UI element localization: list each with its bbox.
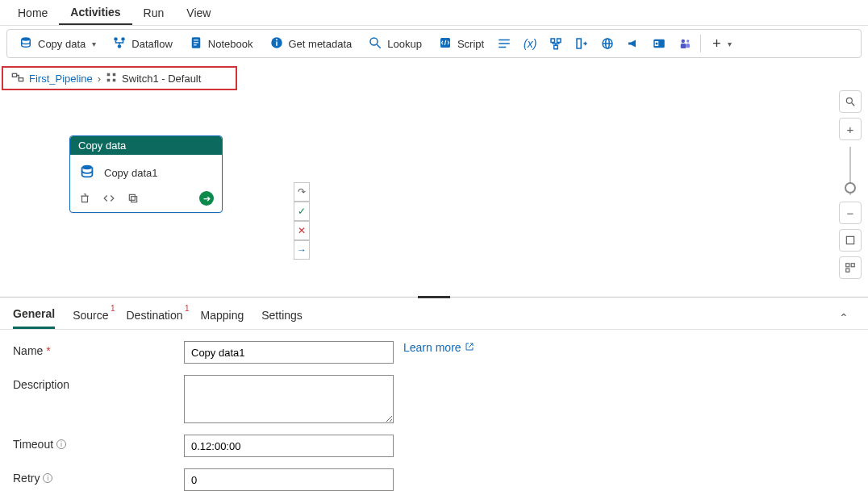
svg-rect-16	[499, 47, 506, 48]
search-canvas-button[interactable]	[839, 90, 862, 113]
svg-point-0	[22, 37, 31, 41]
zoom-out-button[interactable]: −	[839, 202, 862, 224]
handle-success-icon[interactable]: ✓	[294, 202, 310, 221]
name-input[interactable]	[184, 341, 394, 364]
info-circle-icon	[269, 35, 284, 52]
breadcrumb-current: Switch1 - Default	[122, 73, 201, 85]
tab-source[interactable]: Source1	[73, 307, 108, 328]
tab-settings[interactable]: Settings	[261, 307, 303, 328]
run-icon[interactable]: ➔	[199, 191, 214, 206]
dataflow-label: Dataflow	[131, 38, 173, 50]
breadcrumb-separator: ›	[98, 73, 101, 85]
svg-rect-19	[554, 45, 558, 49]
delete-icon[interactable]	[78, 192, 91, 205]
variable-icon[interactable]: (x)	[518, 32, 542, 55]
svg-line-41	[852, 103, 855, 106]
megaphone-icon[interactable]	[621, 32, 645, 55]
insert-icon[interactable]	[570, 32, 594, 55]
fit-screen-button[interactable]	[839, 229, 862, 252]
info-icon[interactable]: i	[56, 439, 66, 449]
svg-rect-42	[846, 236, 853, 243]
handle-fail-icon[interactable]: ✕	[294, 221, 310, 240]
menu-run[interactable]: Run	[132, 0, 176, 25]
learn-more-link[interactable]: Learn more	[403, 341, 474, 354]
layout-button[interactable]	[839, 256, 862, 279]
zoom-slider-thumb[interactable]	[845, 182, 856, 193]
svg-rect-36	[113, 78, 116, 81]
external-link-icon	[465, 341, 474, 354]
timeout-input[interactable]	[184, 435, 394, 457]
svg-line-12	[378, 44, 382, 48]
svg-rect-20	[577, 39, 581, 48]
globe-icon[interactable]	[595, 32, 620, 55]
teams-icon[interactable]	[673, 32, 697, 55]
svg-rect-14	[499, 40, 510, 41]
collapse-panel-icon[interactable]: ⌃	[839, 311, 855, 324]
code-icon[interactable]	[102, 192, 115, 205]
info-icon[interactable]: i	[43, 473, 52, 483]
outlook-icon[interactable]	[647, 32, 671, 55]
chevron-down-icon: ▾	[92, 40, 96, 48]
svg-rect-39	[129, 194, 135, 200]
database-icon	[19, 35, 33, 52]
svg-rect-44	[851, 264, 854, 267]
menu-view[interactable]: View	[175, 0, 222, 25]
notebook-label: Notebook	[208, 38, 253, 50]
svg-rect-18	[557, 39, 561, 43]
svg-rect-33	[107, 73, 111, 76]
copy-data-button[interactable]: Copy data ▾	[10, 32, 104, 55]
node-title: Copy data1	[104, 167, 158, 179]
svg-rect-7	[194, 44, 197, 45]
tab-general[interactable]: General	[13, 306, 55, 329]
get-metadata-button[interactable]: Get metadata	[261, 32, 361, 55]
zoom-in-button[interactable]: +	[839, 118, 862, 140]
menu-home[interactable]: Home	[6, 0, 59, 25]
svg-point-28	[686, 40, 689, 42]
svg-rect-34	[113, 73, 116, 76]
zoom-tools: + −	[839, 90, 862, 279]
add-button[interactable]: + ▾	[704, 32, 740, 55]
handle-skip-icon[interactable]: ↷	[294, 182, 310, 202]
svg-rect-45	[846, 268, 849, 272]
canvas[interactable]: Copy data Copy data1 ➔	[0, 90, 868, 297]
zoom-slider[interactable]	[849, 147, 851, 195]
script-icon	[438, 35, 453, 52]
retry-label: Retry i	[13, 468, 174, 485]
script-label: Script	[457, 38, 484, 50]
menu-activities[interactable]: Activities	[59, 0, 131, 25]
get-metadata-label: Get metadata	[289, 38, 353, 50]
svg-point-1	[115, 37, 119, 41]
tab-destination[interactable]: Destination1	[127, 307, 183, 328]
row-description: Description	[13, 375, 855, 423]
retry-input[interactable]	[184, 468, 394, 491]
script-button[interactable]: Script	[430, 32, 492, 55]
notebook-button[interactable]: Notebook	[181, 32, 261, 55]
lookup-button[interactable]: Lookup	[360, 32, 430, 55]
database-icon	[78, 163, 96, 183]
row-timeout: Timeout i	[13, 435, 855, 457]
chevron-down-icon: ▾	[728, 40, 732, 48]
tab-mapping[interactable]: Mapping	[201, 307, 244, 328]
copy-data-label: Copy data	[38, 38, 86, 50]
properties-panel: General Source1 Destination1 Mapping Set…	[0, 297, 868, 491]
svg-rect-43	[846, 264, 849, 267]
copy-icon[interactable]	[127, 192, 140, 205]
svg-rect-30	[686, 44, 691, 48]
pipeline-icon	[11, 72, 24, 85]
copy-data-activity-node[interactable]: Copy data Copy data1 ➔	[69, 135, 223, 213]
svg-point-3	[118, 44, 122, 48]
dataflow-button[interactable]: Dataflow	[104, 32, 181, 55]
node-body: Copy data1	[70, 155, 222, 188]
name-label: Name *	[13, 341, 174, 357]
node-header: Copy data	[70, 136, 222, 155]
svg-rect-9	[276, 41, 278, 45]
top-menu: Home Activities Run View	[0, 0, 868, 26]
svg-point-27	[682, 40, 686, 44]
svg-rect-17	[551, 39, 555, 43]
description-input[interactable]	[184, 375, 394, 423]
breadcrumb-root-link[interactable]: First_Pipeline	[29, 73, 93, 85]
lines-icon[interactable]	[492, 32, 516, 55]
handle-completion-icon[interactable]: →	[294, 240, 310, 260]
branch-icon[interactable]	[544, 32, 568, 55]
search-icon	[368, 35, 382, 52]
